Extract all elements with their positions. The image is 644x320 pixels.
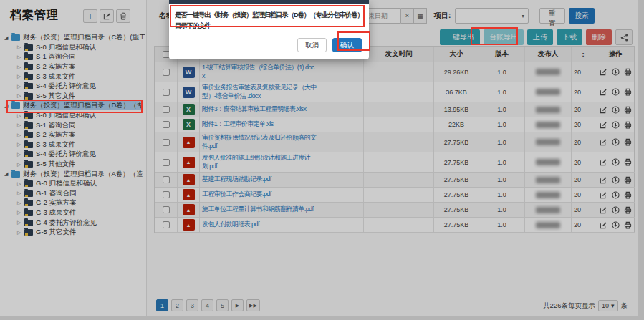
app-root: 档案管理 + ◢ 财务（投资）监理归档目录（C卷）(施工 bbox=[0, 0, 644, 320]
dialog-body: 是否一键导出《财务（投资）监理归档目录（D卷）（专业分包审价卷）》 目录下的文件 bbox=[169, 4, 369, 34]
export-confirm-dialog: 是否一键导出《财务（投资）监理归档目录（D卷）（专业分包审价卷）》 目录下的文件… bbox=[169, 0, 369, 59]
dialog-message-line2: 目录下的文件 bbox=[175, 20, 363, 31]
cancel-button[interactable]: 取消 bbox=[297, 38, 327, 52]
dialog-footer: 取消 确认 bbox=[169, 34, 369, 59]
confirm-button[interactable]: 确认 bbox=[332, 38, 362, 52]
dialog-message-line1: 是否一键导出《财务（投资）监理归档目录（D卷）（专业分包审价卷）》 bbox=[175, 9, 363, 20]
